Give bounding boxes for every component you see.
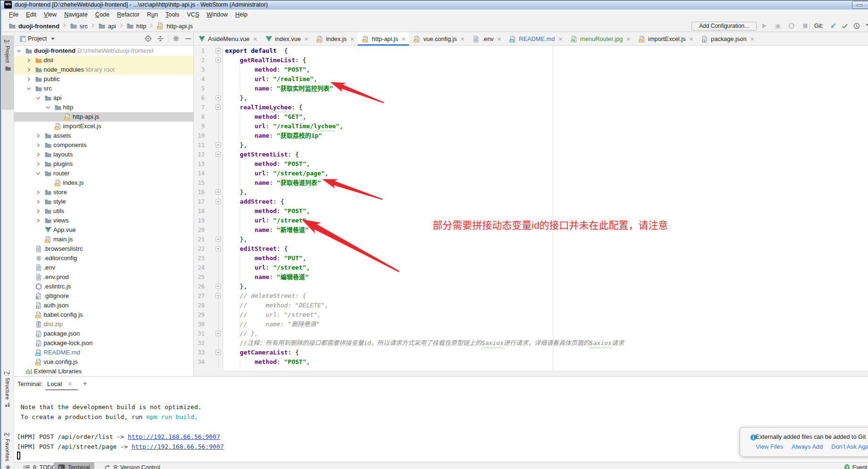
tree-item-http-api.js[interactable]: JShttp-api.js — [14, 112, 193, 122]
debug-button[interactable] — [774, 22, 782, 30]
git-commit-button[interactable] — [841, 22, 849, 30]
tree-item-babel.config.js[interactable]: JSbabel.config.js — [14, 310, 193, 320]
terminal-output[interactable]: Note that the development build is not o… — [17, 402, 224, 461]
run-button[interactable] — [760, 22, 768, 30]
collapse-button[interactable] — [157, 35, 164, 42]
stripe-tab-project[interactable]: 1: Project — [2, 35, 14, 110]
tab-close-icon[interactable]: ✕ — [253, 36, 258, 42]
fold-marker[interactable] — [216, 293, 221, 298]
tab-close-icon[interactable]: ✕ — [689, 36, 693, 42]
editor-horizontal-scrollbar[interactable] — [194, 370, 868, 376]
menu-help[interactable]: Help — [232, 9, 251, 20]
editor-tab-package.json[interactable]: {}package.json✕ — [697, 32, 758, 46]
menu-window[interactable]: Window — [203, 9, 232, 20]
tree-chevron-right-icon[interactable] — [35, 199, 41, 206]
terminal-tab-local[interactable]: Local✕ — [45, 377, 73, 392]
tree-item-.editorconfig[interactable]: .editorconfig — [14, 254, 193, 263]
tree-item-utils[interactable]: utils — [14, 206, 193, 216]
code-area[interactable]: export default { getRealTimeList: { meth… — [224, 46, 868, 370]
tree-item-package-lock.json[interactable]: {}package-lock.json — [14, 338, 193, 348]
tree-chevron-down-icon[interactable] — [35, 95, 41, 102]
tab-close-icon[interactable]: ✕ — [750, 36, 755, 42]
tree-item-views[interactable]: views — [14, 216, 193, 225]
menu-file[interactable]: File — [5, 9, 22, 20]
fold-marker[interactable] — [216, 58, 221, 63]
tree-item-.gitignore[interactable]: .gitignore — [14, 291, 193, 301]
tree-item-dist.zip[interactable]: dist.zip — [14, 320, 193, 329]
fold-marker[interactable] — [216, 199, 221, 204]
git-revert-button[interactable] — [865, 22, 868, 30]
editor-tab-importExcel.js[interactable]: JSimportExcel.js✕ — [634, 32, 697, 46]
tree-chevron-right-icon[interactable] — [35, 218, 41, 225]
tree-chevron-down-icon[interactable] — [45, 105, 51, 112]
tree-item-App.vue[interactable]: App.vue — [14, 225, 193, 235]
tree-item-main.js[interactable]: JSmain.js — [14, 235, 193, 244]
new-terminal-session-button[interactable]: + — [80, 377, 90, 392]
tree-chevron-right-icon[interactable] — [35, 152, 41, 159]
tree-item-style[interactable]: style — [14, 197, 193, 206]
gear-button[interactable] — [172, 35, 180, 42]
tree-item-.browserslistrc[interactable]: .browserslistrc — [14, 244, 193, 254]
tab-close-icon[interactable]: ✕ — [497, 36, 501, 42]
tree-item-plugins[interactable]: plugins — [14, 159, 193, 169]
editor-body[interactable]: 1234567891011121314151617181920212223242… — [194, 46, 868, 376]
tab-close-icon[interactable]: ✕ — [304, 36, 309, 42]
git-history-button[interactable] — [853, 22, 860, 30]
notification-link-don-t-ask-again[interactable]: Don't Ask Again — [831, 443, 868, 450]
tree-item-dist[interactable]: dist — [14, 56, 193, 65]
tree-chevron-down-icon[interactable] — [16, 48, 22, 55]
statusbar----version-control[interactable]: 9: Version Control — [100, 462, 165, 469]
menu-tools[interactable]: Tools — [162, 9, 183, 20]
terminal-tab-close-icon[interactable]: ✕ — [64, 380, 73, 387]
fold-marker[interactable] — [216, 105, 221, 110]
fold-marker[interactable] — [216, 331, 221, 336]
menu-edit[interactable]: Edit — [22, 9, 40, 20]
menu-view[interactable]: View — [40, 9, 60, 20]
tree-item-index.js[interactable]: JSindex.js — [14, 178, 193, 188]
tree-item-.env[interactable]: .env — [14, 263, 193, 272]
terminal-link[interactable]: http://192.168.66.56:9007 — [132, 443, 224, 450]
tree-item-duoji-frontend[interactable]: duoji-frontend D:\zheheWeb\duoji-fronten… — [14, 46, 193, 56]
tree-item-components[interactable]: components — [14, 140, 193, 150]
tree-item-vue.config.js[interactable]: JSvue.config.js — [14, 357, 193, 367]
fold-marker[interactable] — [216, 95, 221, 100]
tree-item-store[interactable]: store — [14, 188, 193, 197]
coverage-button[interactable] — [788, 22, 795, 30]
tree-item-package.json[interactable]: {}package.json — [14, 329, 193, 338]
menu-run[interactable]: Run — [143, 9, 162, 20]
tree-chevron-right-icon[interactable] — [26, 76, 32, 83]
tab-close-icon[interactable]: ✕ — [558, 36, 563, 42]
editor-tab-menuRouter.jpg[interactable]: menuRouter.jpg✕ — [566, 32, 634, 46]
fold-marker[interactable] — [216, 246, 221, 251]
notification-link-view-files[interactable]: View Files — [756, 443, 783, 450]
fold-marker[interactable] — [216, 237, 221, 242]
tree-item-node_modules[interactable]: node_modules library root — [14, 65, 193, 74]
breadcrumb-item-http[interactable]: http — [126, 22, 146, 30]
tree-item-public[interactable]: public — [14, 74, 193, 84]
tab-close-icon[interactable]: ✕ — [401, 36, 406, 42]
minimize-button[interactable] — [852, 1, 868, 9]
tree-chevron-right-icon[interactable] — [35, 208, 41, 215]
event-log-widget[interactable]: 2 Event Log — [844, 462, 868, 469]
tree-item-router[interactable]: router — [14, 169, 193, 178]
menu-code[interactable]: Code — [92, 9, 113, 20]
tree-item-layouts[interactable]: layouts — [14, 150, 193, 159]
tree-item-.env.prod[interactable]: .env.prod — [14, 272, 193, 282]
tree-item-auth.json[interactable]: {}auth.json — [14, 301, 193, 310]
fold-marker[interactable] — [216, 350, 221, 355]
breadcrumb-item-api[interactable]: api — [98, 22, 116, 30]
tree-item-.eslintrc.js[interactable]: .eslintrc.js — [14, 282, 193, 291]
stop-button[interactable] — [801, 22, 809, 30]
tab-close-icon[interactable]: ✕ — [460, 36, 465, 42]
editor-tab-AsideMenu.vue[interactable]: AsideMenu.vue✕ — [194, 32, 261, 46]
editor-tab-vue.config.js[interactable]: JSvue.config.js✕ — [409, 32, 468, 46]
tree-item-http[interactable]: http — [14, 103, 193, 112]
tree-item-External Libraries[interactable]: External Libraries — [14, 367, 193, 376]
breadcrumb-item-duoji-frontend[interactable]: duoji-frontend — [8, 22, 59, 30]
tree-item-src[interactable]: src — [14, 84, 193, 93]
breadcrumb-item-http-api.js[interactable]: JShttp-api.js — [157, 22, 192, 30]
tree-item-README.md[interactable]: MDREADME.md — [14, 348, 193, 357]
fold-marker[interactable] — [216, 48, 221, 53]
tree-chevron-right-icon[interactable] — [35, 133, 41, 140]
stripe-tab-structure[interactable]: 7: Structure — [2, 371, 14, 408]
